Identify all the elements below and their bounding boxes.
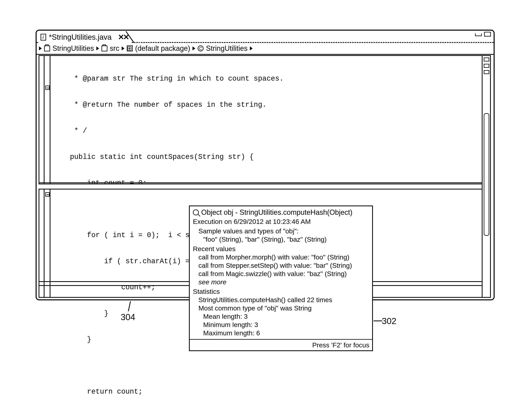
chevron-right-icon (250, 46, 253, 50)
inspect-icon (193, 210, 199, 215)
editor-tab[interactable]: *StringUtilities.java ✕✕ (39, 31, 132, 43)
figure-callout-302: 302 (382, 316, 396, 326)
maximize-pane-icon[interactable] (484, 32, 491, 37)
minimize-pane-icon[interactable] (475, 33, 482, 36)
class-icon (198, 46, 204, 51)
tab-label: *StringUtilities.java (49, 33, 112, 42)
ruler-mark (484, 57, 489, 62)
breadcrumb-class[interactable]: StringUtilities (206, 44, 247, 53)
hover-footer-hint: Press 'F2' for focus (190, 339, 372, 350)
code-line: * / (53, 127, 482, 135)
hover-recent-heading: Recent values (193, 245, 369, 253)
hover-recent-item: call from Stepper.setStep() with value: … (193, 261, 369, 270)
chevron-right-icon (122, 46, 124, 50)
hover-stats-heading: Statistics (193, 287, 369, 296)
package-icon (127, 46, 133, 51)
breadcrumb-src[interactable]: src (110, 44, 119, 53)
ruler-mark (484, 70, 489, 74)
hover-stats-item: Mean length: 3 (193, 312, 369, 320)
callout-line (373, 320, 382, 321)
fold-toggle-icon[interactable] (45, 86, 50, 90)
chevron-right-icon (39, 46, 42, 50)
hover-sample-values: "foo" (String), "bar" (String), "baz" (S… (193, 235, 369, 243)
code-line: * @return The number of spaces in the st… (53, 100, 482, 109)
hover-stats-item: Minimum length: 3 (193, 320, 369, 329)
scroll-thumb[interactable] (484, 113, 489, 236)
close-tab-icon[interactable]: ✕✕ (114, 33, 128, 42)
see-more-link[interactable]: see more (193, 278, 369, 286)
hover-title: Object obj - StringUtilities.computeHash… (201, 208, 352, 217)
marker-gutter (39, 56, 45, 297)
figure-callout-304: 304 (121, 312, 135, 322)
hover-execution-time: Execution on 6/29/2012 at 10:23:46 AM (193, 217, 369, 226)
hover-stats-item: Most common type of "obj" was String (193, 304, 369, 312)
project-icon (44, 46, 50, 51)
breadcrumb-project[interactable]: StringUtilities (52, 44, 94, 53)
java-file-icon (41, 34, 46, 40)
breadcrumb: StringUtilities src (default package) St… (37, 43, 494, 55)
pane-window-controls (475, 32, 491, 37)
code-line: * @param str The string in which to coun… (53, 74, 482, 83)
code-line (53, 361, 482, 370)
hover-stats-item: StringUtilities.computeHash() called 22 … (193, 296, 369, 304)
fold-gutter (45, 56, 50, 297)
chevron-right-icon (96, 46, 99, 50)
chevron-right-icon (192, 46, 195, 50)
tab-bar: *StringUtilities.java ✕✕ (37, 31, 494, 43)
hover-sample-heading: Sample values and types of "obj": (193, 227, 369, 235)
hover-recent-item: call from Morpher.morph() with value: "f… (193, 253, 369, 261)
fold-toggle-icon[interactable] (45, 192, 50, 197)
method-separator (38, 182, 482, 183)
code-line: return count; (53, 387, 482, 396)
code-line: public static int countSpaces(String str… (53, 153, 482, 161)
hover-stats-item: Maximum length: 6 (193, 329, 369, 337)
breadcrumb-package[interactable]: (default package) (135, 44, 190, 53)
ruler-mark (484, 64, 489, 68)
src-folder-icon (102, 46, 107, 51)
overview-ruler[interactable] (482, 56, 490, 297)
hover-recent-item: call from Magic.swizzle() with value: "b… (193, 270, 369, 278)
hover-info-panel: Object obj - StringUtilities.computeHash… (189, 205, 373, 351)
current-line-highlight (38, 183, 482, 190)
